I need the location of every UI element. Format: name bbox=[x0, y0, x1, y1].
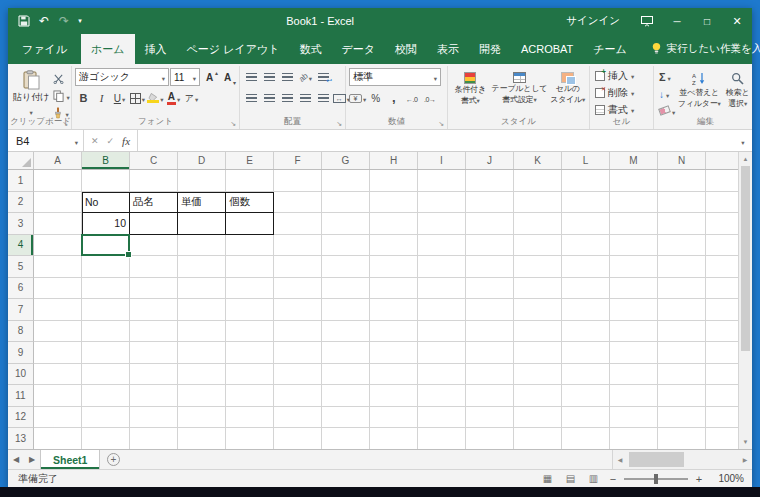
cell-C9[interactable] bbox=[130, 342, 178, 364]
sign-in-button[interactable]: サインイン bbox=[554, 14, 632, 28]
delete-cells-button[interactable]: 削除 bbox=[593, 85, 650, 100]
column-header-G[interactable]: G bbox=[322, 152, 370, 169]
cell-G8[interactable] bbox=[322, 321, 370, 343]
cell-I1[interactable] bbox=[418, 170, 466, 192]
cell-D13[interactable] bbox=[178, 428, 226, 449]
font-color-button[interactable]: A bbox=[165, 89, 182, 107]
cell-C12[interactable] bbox=[130, 407, 178, 429]
cell-L4[interactable] bbox=[562, 235, 610, 257]
cell-I12[interactable] bbox=[418, 407, 466, 429]
fill-color-button[interactable] bbox=[147, 89, 164, 107]
zoom-in-icon[interactable] bbox=[694, 473, 704, 485]
column-header-B[interactable]: B bbox=[82, 152, 130, 169]
cell-G3[interactable] bbox=[322, 213, 370, 235]
cell-E4[interactable] bbox=[226, 235, 274, 257]
qat-customize-icon[interactable]: ▾ bbox=[74, 10, 86, 32]
cell-E8[interactable] bbox=[226, 321, 274, 343]
row-header-13[interactable]: 13 bbox=[8, 428, 34, 449]
cell-J4[interactable] bbox=[466, 235, 514, 257]
cell-A7[interactable] bbox=[34, 299, 82, 321]
conditional-formatting-button[interactable]: 条件付き 書式 bbox=[451, 68, 490, 105]
cell-H3[interactable] bbox=[370, 213, 418, 235]
cell-M2[interactable] bbox=[610, 192, 658, 214]
cell-G12[interactable] bbox=[322, 407, 370, 429]
cell-G9[interactable] bbox=[322, 342, 370, 364]
cell-B13[interactable] bbox=[82, 428, 130, 449]
cell-B4[interactable] bbox=[82, 235, 130, 257]
decrease-font-size-button[interactable]: A bbox=[219, 68, 236, 86]
cell-M7[interactable] bbox=[610, 299, 658, 321]
cell-E2[interactable]: 個数 bbox=[226, 192, 274, 214]
scroll-down-icon[interactable] bbox=[739, 435, 752, 449]
vertical-scroll-thumb[interactable] bbox=[741, 166, 750, 351]
cell-E6[interactable] bbox=[226, 278, 274, 300]
align-top-button[interactable] bbox=[243, 68, 260, 86]
cell-N6[interactable] bbox=[658, 278, 706, 300]
font-name-select[interactable]: 游ゴシック bbox=[75, 68, 169, 86]
cell-I9[interactable] bbox=[418, 342, 466, 364]
cell-N11[interactable] bbox=[658, 385, 706, 407]
row-header-12[interactable]: 12 bbox=[8, 407, 34, 429]
cell-H13[interactable] bbox=[370, 428, 418, 449]
tab-開発[interactable]: 開発 bbox=[469, 34, 511, 64]
vertical-scroll-track[interactable] bbox=[739, 166, 752, 435]
find-select-button[interactable]: 検索と 選択 bbox=[721, 68, 752, 118]
cell-A6[interactable] bbox=[34, 278, 82, 300]
cell-I3[interactable] bbox=[418, 213, 466, 235]
align-left-button[interactable] bbox=[243, 89, 260, 107]
cell-L3[interactable] bbox=[562, 213, 610, 235]
row-header-4[interactable]: 4 bbox=[8, 235, 34, 257]
cancel-icon[interactable] bbox=[91, 136, 99, 146]
cell-N7[interactable] bbox=[658, 299, 706, 321]
cell-B3[interactable]: 10 bbox=[82, 213, 130, 235]
cell-K11[interactable] bbox=[514, 385, 562, 407]
cell-B12[interactable] bbox=[82, 407, 130, 429]
formula-input[interactable] bbox=[138, 130, 734, 151]
column-header-J[interactable]: J bbox=[466, 152, 514, 169]
italic-button[interactable]: I bbox=[93, 89, 110, 107]
cell-A13[interactable] bbox=[34, 428, 82, 449]
cell-N9[interactable] bbox=[658, 342, 706, 364]
number-dialog-launcher-icon[interactable] bbox=[438, 120, 444, 128]
copy-button[interactable] bbox=[51, 88, 71, 103]
formula-bar-expand-icon[interactable] bbox=[734, 130, 752, 151]
percent-style-button[interactable] bbox=[367, 89, 384, 107]
cell-J5[interactable] bbox=[466, 256, 514, 278]
align-center-button[interactable] bbox=[261, 89, 278, 107]
comma-style-button[interactable] bbox=[385, 89, 402, 107]
row-header-5[interactable]: 5 bbox=[8, 256, 34, 278]
wrap-text-button[interactable] bbox=[315, 68, 332, 86]
cell-K6[interactable] bbox=[514, 278, 562, 300]
cell-B10[interactable] bbox=[82, 364, 130, 386]
cell-E11[interactable] bbox=[226, 385, 274, 407]
cell-K5[interactable] bbox=[514, 256, 562, 278]
cell-M10[interactable] bbox=[610, 364, 658, 386]
cell-N4[interactable] bbox=[658, 235, 706, 257]
tell-me-box[interactable]: 実行したい作業を入力してください bbox=[651, 34, 760, 64]
cell-M5[interactable] bbox=[610, 256, 658, 278]
zoom-slider[interactable] bbox=[624, 478, 688, 480]
cell-K9[interactable] bbox=[514, 342, 562, 364]
cell-H7[interactable] bbox=[370, 299, 418, 321]
cell-C11[interactable] bbox=[130, 385, 178, 407]
cell-F12[interactable] bbox=[274, 407, 322, 429]
tab-挿入[interactable]: 挿入 bbox=[135, 34, 177, 64]
cell-G4[interactable] bbox=[322, 235, 370, 257]
cell-D3[interactable] bbox=[178, 213, 226, 235]
redo-icon[interactable]: ↷ bbox=[54, 10, 74, 32]
cell-K12[interactable] bbox=[514, 407, 562, 429]
cell-G6[interactable] bbox=[322, 278, 370, 300]
font-dialog-launcher-icon[interactable] bbox=[230, 120, 236, 128]
cell-A3[interactable] bbox=[34, 213, 82, 235]
column-header-F[interactable]: F bbox=[274, 152, 322, 169]
windows-taskbar[interactable] bbox=[0, 487, 760, 497]
font-size-select[interactable]: 11 bbox=[170, 68, 200, 86]
new-sheet-button[interactable] bbox=[100, 450, 126, 469]
cell-L9[interactable] bbox=[562, 342, 610, 364]
cell-M13[interactable] bbox=[610, 428, 658, 449]
bold-button[interactable]: B bbox=[75, 89, 92, 107]
cell-G10[interactable] bbox=[322, 364, 370, 386]
cell-L7[interactable] bbox=[562, 299, 610, 321]
cell-M3[interactable] bbox=[610, 213, 658, 235]
cell-M8[interactable] bbox=[610, 321, 658, 343]
